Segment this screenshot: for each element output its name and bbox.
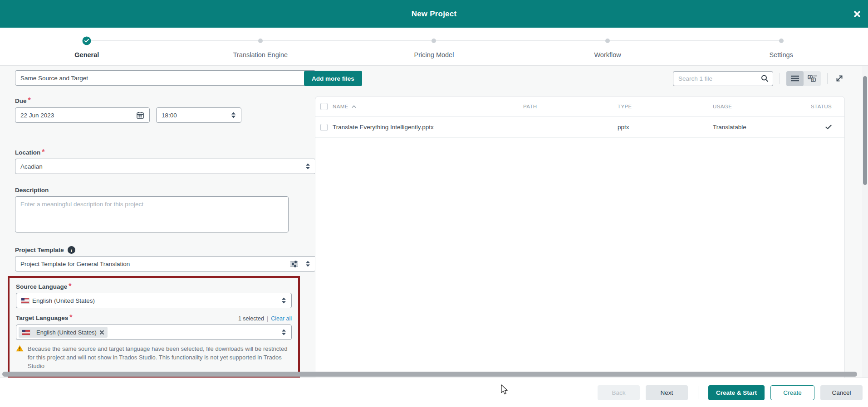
column-path[interactable]: PATH: [523, 104, 618, 109]
source-language-label: Source Language*: [16, 282, 292, 291]
description-label: Description: [15, 186, 289, 194]
step-dot-icon: [432, 39, 436, 43]
list-view-button[interactable]: [786, 71, 804, 86]
cancel-button[interactable]: Cancel: [820, 385, 863, 400]
create-button[interactable]: Create: [770, 385, 814, 400]
language-tag: English (United States): [19, 327, 108, 338]
files-panel: Add more files A: [301, 66, 845, 378]
svg-text:x̄: x̄: [812, 78, 814, 81]
search-icon[interactable]: [761, 75, 769, 82]
project-template-label: Project Template i: [15, 246, 289, 254]
view-toggle: A x̄: [786, 71, 821, 86]
close-button[interactable]: [853, 10, 861, 18]
dialog-body: Due* 22 Jun 2023 18:00 Location*: [0, 66, 868, 378]
file-row[interactable]: Translate Everything Intelligently.pptx …: [315, 117, 844, 138]
due-label: Due*: [15, 97, 289, 105]
row-checkbox[interactable]: [320, 124, 328, 131]
selected-count: 1 selected: [238, 315, 264, 322]
step-settings[interactable]: Settings: [694, 28, 868, 65]
clear-all-link[interactable]: Clear all: [271, 315, 292, 322]
step-general[interactable]: General: [0, 28, 174, 65]
expand-icon: [835, 74, 844, 83]
column-usage[interactable]: USAGE: [713, 104, 811, 109]
info-icon[interactable]: i: [68, 246, 75, 254]
dialog-title: New Project: [412, 10, 457, 19]
add-more-files-button[interactable]: Add more files: [304, 71, 362, 86]
required-asterisk: *: [69, 282, 71, 290]
file-type: pptx: [618, 124, 713, 131]
step-completed-icon: [83, 37, 91, 45]
sort-ascending-icon[interactable]: [352, 105, 356, 108]
wizard-stepper: General Translation Engine Pricing Model…: [0, 28, 868, 66]
target-languages-label: Target Languages*: [16, 314, 73, 322]
column-status[interactable]: STATUS: [811, 104, 844, 109]
step-label: Settings: [769, 51, 793, 58]
files-table-header: NAME PATH TYPE USAGE STATUS: [315, 97, 844, 117]
language-pairs-view-button[interactable]: A x̄: [804, 71, 821, 86]
vertical-scrollbar-thumb[interactable]: [863, 76, 867, 185]
horizontal-scrollbar-thumb[interactable]: [2, 372, 857, 377]
step-label: Translation Engine: [233, 51, 288, 58]
step-translation-engine[interactable]: Translation Engine: [174, 28, 348, 65]
calendar-icon[interactable]: [136, 111, 144, 119]
due-time-select[interactable]: 18:00: [156, 107, 241, 123]
description-textarea[interactable]: [15, 196, 289, 233]
step-label: Pricing Model: [414, 51, 454, 58]
language-pairs-view-icon: A x̄: [808, 75, 817, 82]
file-search-input[interactable]: [673, 71, 773, 86]
same-language-warning: Because the same source and target langu…: [16, 344, 292, 370]
list-view-icon: [791, 75, 799, 82]
spinner-updown-icon[interactable]: [281, 297, 286, 304]
location-value: Acadian: [20, 163, 305, 170]
footer-divider: [698, 386, 698, 399]
required-asterisk: *: [28, 97, 31, 104]
source-language-select[interactable]: English (United States): [16, 293, 292, 308]
source-language-value: English (United States): [32, 297, 281, 304]
step-workflow[interactable]: Workflow: [521, 28, 695, 65]
project-name-input[interactable]: [15, 70, 316, 86]
create-and-start-button[interactable]: Create & Start: [708, 385, 765, 400]
dialog-header: New Project: [0, 0, 868, 28]
column-type[interactable]: TYPE: [618, 104, 713, 109]
step-dot-icon: [605, 39, 610, 43]
toolbar-divider: [780, 73, 780, 84]
remove-tag-icon[interactable]: [100, 330, 104, 334]
warning-triangle-icon: [16, 345, 24, 370]
due-date-value: 22 Jun 2023: [20, 112, 136, 119]
required-asterisk: *: [69, 314, 72, 321]
column-name[interactable]: NAME: [333, 104, 348, 109]
close-icon: [853, 10, 861, 18]
us-flag-icon: [21, 298, 29, 303]
select-all-checkbox[interactable]: [320, 103, 328, 110]
due-date-input[interactable]: 22 Jun 2023: [15, 107, 150, 123]
files-table-card: NAME PATH TYPE USAGE STATUS Translate Ev…: [315, 96, 845, 378]
toolbar-divider: [827, 73, 828, 84]
warning-text: Because the same source and target langu…: [28, 344, 292, 370]
due-time-value: 18:00: [162, 112, 231, 119]
status-check-icon: [825, 125, 832, 130]
project-template-select[interactable]: Project Template for General Translation: [15, 256, 316, 271]
new-project-dialog: New Project General Translation Engine P…: [0, 0, 868, 407]
step-label: General: [74, 51, 99, 58]
step-label: Workflow: [594, 51, 621, 58]
expand-button[interactable]: [834, 73, 845, 84]
separator: |: [267, 315, 268, 322]
template-filter-icon[interactable]: [290, 261, 298, 267]
file-usage: Translatable: [713, 124, 811, 131]
required-asterisk: *: [42, 148, 44, 156]
location-select[interactable]: Acadian: [15, 159, 316, 174]
spinner-updown-icon[interactable]: [231, 112, 236, 118]
spinner-updown-icon[interactable]: [281, 329, 286, 335]
vertical-scrollbar-track: [862, 66, 868, 378]
files-toolbar: Add more files A: [304, 71, 845, 86]
location-label: Location*: [15, 148, 289, 156]
step-pricing-model[interactable]: Pricing Model: [347, 28, 521, 65]
general-form: Due* 22 Jun 2023 18:00 Location*: [0, 66, 301, 378]
next-button[interactable]: Next: [646, 385, 688, 400]
back-button[interactable]: Back: [598, 385, 640, 400]
step-dot-icon: [258, 39, 263, 43]
language-highlight-box: Source Language* English (United States)…: [8, 276, 300, 378]
dialog-footer: Back Next Create & Start Create Cancel: [0, 378, 868, 407]
target-languages-multiselect[interactable]: English (United States): [16, 325, 292, 340]
project-template-value: Project Template for General Translation: [20, 261, 290, 267]
